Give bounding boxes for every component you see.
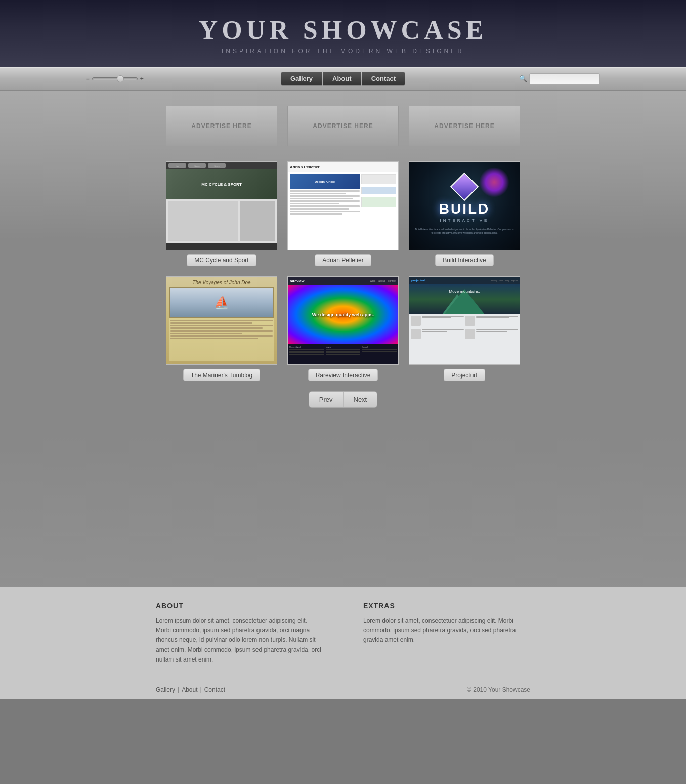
nav-menu: Gallery About Contact bbox=[281, 72, 405, 86]
gallery-row-1: Nav Menu Items MC CYCLE & SPORT MC Cycle… bbox=[0, 161, 686, 266]
gallery-thumb-mariner[interactable]: The Voyages of John Doe ⛵ bbox=[166, 276, 277, 365]
footer-about-col: ABOUT Lorem ipsum dolor sit amet, consec… bbox=[156, 602, 323, 665]
footer-about-text: Lorem ipsum dolor sit amet, consectetuer… bbox=[156, 616, 323, 665]
footer-extras-col: EXTRAS Lorem dolor sit amet, consectetue… bbox=[363, 602, 530, 665]
gallery-thumb-adrian[interactable]: Adrian Pelletier Design Kindle bbox=[287, 161, 399, 250]
ad-banner-1[interactable]: ADVERTISE HERE bbox=[166, 106, 277, 146]
slider-plus-icon[interactable]: + bbox=[140, 75, 144, 82]
gallery-item-mc-cycle: Nav Menu Items MC CYCLE & SPORT MC Cycle… bbox=[166, 161, 277, 266]
header: YOUR SHOWCASE INSPIRATION FOR THE MODERN… bbox=[0, 0, 686, 67]
footer-sep-1: | bbox=[178, 686, 179, 693]
footer-sep-2: | bbox=[200, 686, 202, 693]
footer-about-link[interactable]: About bbox=[182, 686, 197, 693]
gallery-label-mariner[interactable]: The Mariner's Tumblog bbox=[183, 369, 260, 381]
ad-banner-3[interactable]: ADVERTISE HERE bbox=[409, 106, 520, 146]
gallery-label-build[interactable]: Build Interactive bbox=[435, 254, 493, 266]
slider-minus-icon[interactable]: – bbox=[86, 75, 90, 82]
footer-bottom: Gallery | About | Contact © 2010 Your Sh… bbox=[115, 680, 571, 699]
gallery-item-projecturf: projecturf Pricing Tour Blog Sign In Mov… bbox=[409, 276, 520, 381]
footer-copyright: © 2010 Your Showcase bbox=[467, 686, 530, 693]
gallery-item-mariner: The Voyages of John Doe ⛵ The Mariner's … bbox=[166, 276, 277, 381]
slider-track[interactable] bbox=[92, 77, 138, 80]
search-icon: 🔍 bbox=[519, 75, 527, 82]
contact-nav-button[interactable]: Contact bbox=[362, 72, 405, 86]
main-content: ADVERTISE HERE ADVERTISE HERE ADVERTISE … bbox=[0, 91, 686, 587]
site-title: YOUR SHOWCASE bbox=[0, 15, 686, 45]
about-nav-button[interactable]: About bbox=[323, 72, 361, 86]
site-subtitle: INSPIRATION FOR THE MODERN WEB DESIGNER bbox=[0, 48, 686, 55]
gallery-label-mc-cycle[interactable]: MC Cycle and Sport bbox=[187, 254, 256, 266]
slider-container: – + bbox=[86, 75, 144, 82]
gallery-nav-button[interactable]: Gallery bbox=[281, 72, 322, 86]
gallery-thumb-rareview[interactable]: rareview work about contact We design qu… bbox=[287, 276, 399, 365]
gallery-item-rareview: rareview work about contact We design qu… bbox=[287, 276, 399, 381]
footer-extras-heading: EXTRAS bbox=[363, 602, 530, 610]
pagination: Prev Next bbox=[0, 391, 686, 408]
footer-contact-link[interactable]: Contact bbox=[204, 686, 225, 693]
footer-content: ABOUT Lorem ipsum dolor sit amet, consec… bbox=[115, 602, 571, 680]
gallery-item-build: BUILD INTERACTIVE Build Interactive is a… bbox=[409, 161, 520, 266]
footer-about-heading: ABOUT bbox=[156, 602, 323, 610]
navbar: – + Gallery About Contact 🔍 bbox=[0, 67, 686, 91]
gallery-label-adrian[interactable]: Adrian Pelletier bbox=[315, 254, 371, 266]
search-container: 🔍 bbox=[519, 73, 600, 85]
footer-bottom-links: Gallery | About | Contact bbox=[156, 686, 225, 693]
gallery-label-rareview[interactable]: Rareview Interactive bbox=[308, 369, 378, 381]
search-input[interactable] bbox=[529, 73, 600, 85]
next-button[interactable]: Next bbox=[344, 392, 377, 407]
slider-thumb[interactable] bbox=[117, 75, 124, 82]
gallery-thumb-build[interactable]: BUILD INTERACTIVE Build Interactive is a… bbox=[409, 161, 520, 250]
gallery-thumb-projecturf[interactable]: projecturf Pricing Tour Blog Sign In Mov… bbox=[409, 276, 520, 365]
gallery-label-projecturf[interactable]: Projecturf bbox=[444, 369, 485, 381]
ad-banner-row: ADVERTISE HERE ADVERTISE HERE ADVERTISE … bbox=[0, 106, 686, 146]
footer-gallery-link[interactable]: Gallery bbox=[156, 686, 175, 693]
gallery-thumb-mc-cycle[interactable]: Nav Menu Items MC CYCLE & SPORT bbox=[166, 161, 277, 250]
prev-button[interactable]: Prev bbox=[309, 392, 344, 407]
pagination-container: Prev Next bbox=[309, 391, 377, 408]
footer-extras-text: Lorem dolor sit amet, consectetuer adipi… bbox=[363, 616, 530, 645]
footer: ABOUT Lorem ipsum dolor sit amet, consec… bbox=[0, 587, 686, 699]
ad-banner-2[interactable]: ADVERTISE HERE bbox=[287, 106, 399, 146]
gallery-item-adrian: Adrian Pelletier Design Kindle bbox=[287, 161, 399, 266]
gallery-row-2: The Voyages of John Doe ⛵ The Mariner's … bbox=[0, 276, 686, 381]
